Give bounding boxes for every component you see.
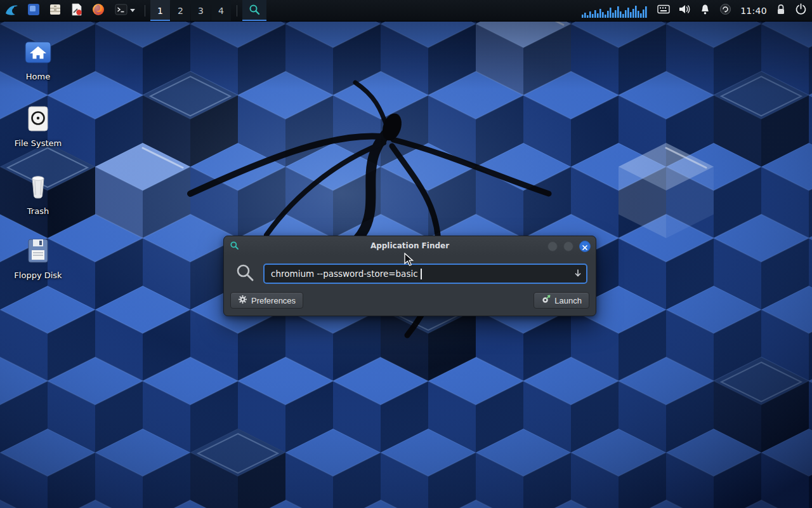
speaker-icon: [679, 4, 691, 17]
file-manager-icon: [48, 3, 62, 19]
gear-icon: [238, 295, 247, 306]
floppy-disk-icon: [8, 234, 69, 264]
launcher-firefox[interactable]: [88, 0, 109, 21]
arrow-down-icon: [573, 268, 582, 280]
search-icon: [235, 263, 254, 284]
desktop-icon-file-system[interactable]: File System: [8, 102, 69, 148]
launch-button[interactable]: Launch: [534, 292, 589, 309]
minimize-button[interactable]: [547, 241, 558, 251]
application-finder-icon: [248, 3, 261, 18]
firefox-icon: [91, 3, 105, 19]
log-out-button[interactable]: [795, 0, 807, 21]
launcher-text-editor[interactable]: [66, 0, 88, 21]
application-finder-window: Application Finder: [223, 236, 596, 316]
maximize-button[interactable]: [563, 241, 573, 251]
desktop-icon-trash[interactable]: Trash: [8, 170, 69, 216]
close-button[interactable]: [579, 241, 591, 252]
text-caret: [421, 269, 422, 279]
workspace-3-button[interactable]: 3: [191, 0, 211, 21]
launcher-file-manager[interactable]: [44, 0, 66, 21]
applications-menu-button[interactable]: [0, 0, 23, 21]
window-title: Application Finder: [224, 241, 596, 250]
launcher-terminal[interactable]: [109, 0, 140, 21]
power-icon: [795, 3, 807, 18]
desktop-icon-label: File System: [8, 138, 69, 148]
close-icon: [582, 241, 587, 253]
preferences-button[interactable]: Preferences: [230, 292, 303, 309]
taskbar-application-finder-button[interactable]: [242, 0, 266, 21]
command-input-wrap: [263, 264, 587, 284]
workspace-1-button[interactable]: 1: [150, 0, 170, 21]
launch-label: Launch: [554, 296, 582, 305]
terminal-icon: [114, 3, 128, 19]
window-titlebar[interactable]: Application Finder: [224, 236, 596, 255]
desktop-icon-home[interactable]: Home: [8, 35, 69, 81]
audio-spectrum-monitor: [582, 0, 648, 21]
status-circle-indicator[interactable]: [719, 0, 731, 21]
lock-screen-button[interactable]: [776, 0, 786, 21]
volume-control[interactable]: [679, 0, 691, 21]
launcher-app-window[interactable]: [23, 0, 44, 21]
keyboard-indicator[interactable]: [657, 0, 670, 21]
keyboard-icon: [657, 4, 670, 17]
text-editor-icon: [70, 3, 84, 19]
history-dropdown-button[interactable]: [573, 269, 583, 279]
kali-logo-icon: [4, 2, 19, 20]
desktop-icon-label: Home: [8, 72, 69, 81]
panel-separator: [237, 5, 237, 17]
terminal-menu-chevron-icon: [130, 9, 135, 12]
desktop-icon-label: Floppy Disk: [8, 271, 69, 280]
launch-icon: [541, 295, 551, 306]
preferences-label: Preferences: [251, 296, 296, 305]
workspace-2-button[interactable]: 2: [171, 0, 190, 21]
app-window-icon: [27, 3, 41, 19]
application-finder-icon: [230, 241, 239, 253]
bell-icon: [700, 4, 710, 18]
file-system-icon: [8, 102, 69, 132]
workspace-4-button[interactable]: 4: [211, 0, 231, 21]
command-input[interactable]: [263, 264, 587, 284]
notifications[interactable]: [700, 0, 710, 21]
top-panel: 1 2 3 4: [0, 0, 812, 22]
trash-icon: [8, 170, 69, 200]
panel-separator: [145, 5, 145, 17]
lock-icon: [776, 4, 786, 18]
desktop-icon-label: Trash: [8, 206, 69, 216]
home-icon: [8, 35, 69, 65]
update-circle-icon: [719, 3, 731, 18]
desktop-icon-floppy-disk[interactable]: Floppy Disk: [8, 234, 69, 280]
clock[interactable]: 11:40: [740, 0, 767, 21]
